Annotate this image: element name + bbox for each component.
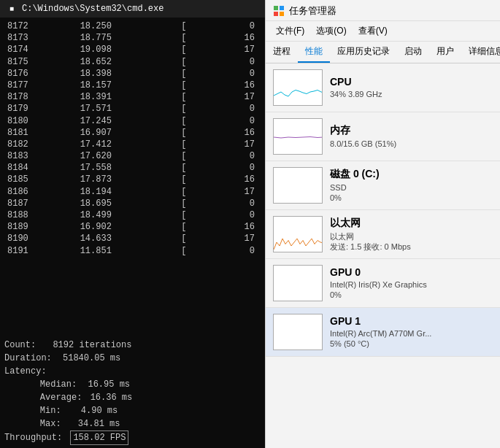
tab-users[interactable]: 用户 bbox=[429, 42, 461, 63]
tab-details[interactable]: 详细信息 bbox=[461, 42, 500, 63]
count-row: Count: 8192 iterations bbox=[4, 339, 261, 352]
row-val: 19.098 bbox=[77, 44, 179, 55]
subtitle-network: 以太网发送: 1.5 接收: 0 Mbps bbox=[330, 231, 493, 252]
perf-item-cpu[interactable]: CPU34% 3.89 GHz bbox=[266, 63, 500, 112]
cmd-row: 8175 18.652 [ 0 bbox=[4, 56, 261, 68]
tab-startup[interactable]: 启动 bbox=[397, 42, 429, 63]
throughput-value-text: 158.02 FPS bbox=[70, 430, 128, 445]
tm-menubar: 文件(F) 选项(O) 查看(V) bbox=[266, 21, 500, 42]
perf-item-network[interactable]: 以太网以太网发送: 1.5 接收: 0 Mbps bbox=[266, 210, 500, 259]
row-num: 0 bbox=[208, 68, 261, 80]
row-num: 0 bbox=[208, 115, 261, 127]
min-row: Min: 4.90 ms bbox=[4, 404, 261, 417]
tab-app-history[interactable]: 应用历史记录 bbox=[330, 42, 397, 63]
latency-label: Latency: bbox=[4, 366, 47, 376]
row-bracket: [ bbox=[178, 186, 208, 198]
menu-view[interactable]: 查看(V) bbox=[354, 23, 392, 39]
row-id: 8186 bbox=[4, 186, 77, 198]
tab-performance[interactable]: 性能 bbox=[298, 42, 330, 63]
graph-memory bbox=[273, 118, 323, 155]
row-bracket: [ bbox=[178, 245, 208, 257]
subtitle-gpu0: Intel(R) Iris(R) Xe Graphics0% bbox=[330, 279, 493, 301]
row-val: 18.398 bbox=[77, 68, 179, 80]
perf-item-gpu1[interactable]: GPU 1Intel(R) Arc(TM) A770M Gr...5% (50 … bbox=[266, 308, 500, 357]
row-num: 0 bbox=[208, 150, 261, 162]
throughput-value: 158.02 FPS bbox=[70, 433, 128, 443]
perf-item-disk[interactable]: 磁盘 0 (C:)SSD0% bbox=[266, 161, 500, 210]
row-id: 8182 bbox=[4, 139, 77, 150]
task-manager: 任务管理器 文件(F) 选项(O) 查看(V) 进程 性能 应用历史记录 启动 … bbox=[265, 0, 500, 448]
row-bracket: [ bbox=[178, 209, 208, 221]
cmd-stats: Count: 8192 iterations Duration: 51840.0… bbox=[0, 336, 265, 448]
duration-label: Duration: bbox=[4, 353, 52, 363]
row-id: 8189 bbox=[4, 221, 77, 233]
row-val: 14.633 bbox=[77, 233, 179, 244]
cmd-row: 8183 17.620 [ 0 bbox=[4, 150, 261, 162]
cmd-row: 8180 17.245 [ 0 bbox=[4, 115, 261, 127]
svg-rect-3 bbox=[280, 12, 284, 16]
min-label: Min: bbox=[40, 406, 61, 416]
row-val: 11.851 bbox=[77, 245, 179, 257]
title-gpu0: GPU 0 bbox=[330, 266, 493, 278]
row-bracket: [ bbox=[178, 44, 208, 55]
cmd-table: 8172 18.250 [ 0 8173 18.775 [ 16 8174 19… bbox=[4, 20, 261, 257]
row-bracket: [ bbox=[178, 32, 208, 44]
median-label: Median: bbox=[40, 379, 77, 390]
info-gpu0: GPU 0Intel(R) Iris(R) Xe Graphics0% bbox=[330, 266, 493, 301]
cmd-row: 8172 18.250 [ 0 bbox=[4, 20, 261, 32]
row-num: 16 bbox=[208, 80, 261, 91]
row-num: 0 bbox=[208, 198, 261, 209]
cmd-window: ■ C:\Windows\System32\cmd.exe 8172 18.25… bbox=[0, 0, 265, 448]
row-val: 18.157 bbox=[77, 80, 179, 91]
throughput-row: Throughput: 158.02 FPS bbox=[4, 430, 261, 445]
row-bracket: [ bbox=[178, 115, 208, 127]
row-bracket: [ bbox=[178, 91, 208, 103]
row-num: 16 bbox=[208, 127, 261, 139]
tab-process[interactable]: 进程 bbox=[266, 42, 298, 63]
row-num: 17 bbox=[208, 91, 261, 103]
row-num: 16 bbox=[208, 174, 261, 185]
row-bracket: [ bbox=[178, 139, 208, 150]
tm-icon bbox=[273, 5, 285, 17]
average-value: 16.36 ms bbox=[88, 393, 133, 403]
row-val: 17.620 bbox=[77, 150, 179, 162]
title-memory: 内存 bbox=[330, 124, 493, 137]
cmd-row: 8191 11.851 [ 0 bbox=[4, 245, 261, 257]
duration-row: Duration: 51840.05 ms bbox=[4, 352, 261, 365]
subtitle-gpu1: Intel(R) Arc(TM) A770M Gr...5% (50 °C) bbox=[330, 328, 493, 349]
average-row: Average: 16.36 ms bbox=[4, 391, 261, 404]
title-cpu: CPU bbox=[330, 76, 493, 88]
row-num: 0 bbox=[208, 245, 261, 257]
menu-options[interactable]: 选项(O) bbox=[312, 23, 350, 39]
row-val: 17.412 bbox=[77, 139, 179, 150]
max-label: Max: bbox=[40, 419, 61, 429]
row-num: 0 bbox=[208, 103, 261, 115]
graph-gpu1 bbox=[273, 314, 323, 350]
row-val: 18.391 bbox=[77, 91, 179, 103]
perf-item-memory[interactable]: 内存8.0/15.6 GB (51%) bbox=[266, 112, 500, 161]
subtitle-disk: SSD0% bbox=[330, 182, 493, 204]
cmd-row: 8188 18.499 [ 0 bbox=[4, 209, 261, 221]
graph-gpu0 bbox=[273, 265, 323, 301]
row-id: 8176 bbox=[4, 68, 77, 80]
perf-item-gpu0[interactable]: GPU 0Intel(R) Iris(R) Xe Graphics0% bbox=[266, 259, 500, 308]
row-num: 0 bbox=[208, 209, 261, 221]
row-id: 8188 bbox=[4, 209, 77, 221]
cmd-row: 8182 17.412 [ 17 bbox=[4, 139, 261, 150]
row-bracket: [ bbox=[178, 150, 208, 162]
row-id: 8185 bbox=[4, 174, 77, 185]
title-disk: 磁盘 0 (C:) bbox=[330, 168, 493, 181]
row-id: 8174 bbox=[4, 44, 77, 55]
title-gpu1: GPU 1 bbox=[330, 315, 493, 327]
cmd-row: 8189 16.902 [ 16 bbox=[4, 221, 261, 233]
row-bracket: [ bbox=[178, 198, 208, 209]
throughput-label: Throughput: bbox=[4, 433, 62, 443]
row-val: 18.695 bbox=[77, 198, 179, 209]
menu-file[interactable]: 文件(F) bbox=[272, 23, 309, 39]
cmd-row: 8181 16.907 [ 16 bbox=[4, 127, 261, 139]
average-label: Average: bbox=[40, 393, 82, 403]
row-val: 16.902 bbox=[77, 221, 179, 233]
cmd-row: 8179 17.571 [ 0 bbox=[4, 103, 261, 115]
cmd-row: 8174 19.098 [ 17 bbox=[4, 44, 261, 55]
row-num: 17 bbox=[208, 44, 261, 55]
